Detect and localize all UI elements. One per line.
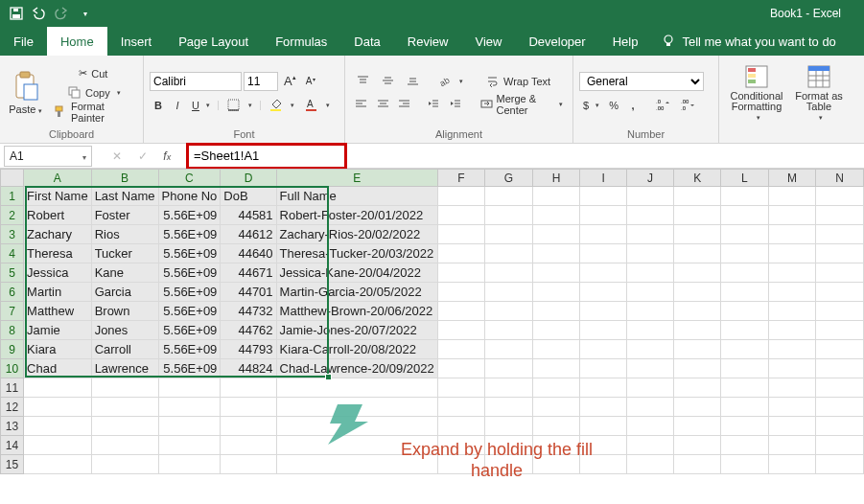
- row-header-14[interactable]: 14: [1, 436, 24, 455]
- cell-N3[interactable]: [816, 225, 864, 244]
- cell-K15[interactable]: [673, 455, 720, 474]
- cell-K8[interactable]: [673, 321, 720, 340]
- cell-L11[interactable]: [721, 378, 768, 398]
- cell-C12[interactable]: [158, 398, 221, 417]
- cell-M5[interactable]: [768, 263, 816, 283]
- cell-B15[interactable]: [91, 455, 158, 474]
- cell-D11[interactable]: [221, 378, 276, 398]
- cell-J5[interactable]: [626, 263, 673, 283]
- fx-icon[interactable]: fx: [163, 149, 171, 163]
- italic-button[interactable]: I: [169, 97, 186, 114]
- cell-B7[interactable]: Brown: [91, 302, 158, 321]
- cell-K14[interactable]: [673, 436, 720, 455]
- col-header-J[interactable]: J: [626, 170, 673, 187]
- col-header-K[interactable]: K: [673, 170, 720, 187]
- cell-A12[interactable]: [24, 398, 92, 417]
- cell-N7[interactable]: [816, 302, 864, 321]
- col-header-F[interactable]: F: [437, 170, 484, 187]
- cell-M3[interactable]: [768, 225, 816, 244]
- tab-formulas[interactable]: Formulas: [262, 27, 340, 56]
- col-header-H[interactable]: H: [532, 170, 580, 187]
- cell-F6[interactable]: [437, 283, 484, 302]
- cell-L3[interactable]: [721, 225, 768, 244]
- col-header-E[interactable]: E: [276, 170, 437, 187]
- tab-insert[interactable]: Insert: [107, 27, 166, 56]
- cell-I13[interactable]: [580, 417, 627, 436]
- col-header-B[interactable]: B: [91, 170, 158, 187]
- cell-J8[interactable]: [626, 321, 673, 340]
- cell-H6[interactable]: [532, 283, 580, 302]
- cell-A6[interactable]: Martin: [24, 283, 92, 302]
- cell-F7[interactable]: [437, 302, 484, 321]
- format-as-table-button[interactable]: Format as Table: [792, 64, 846, 122]
- decrease-decimal-button[interactable]: .00.0: [676, 97, 699, 114]
- cell-I8[interactable]: [580, 321, 627, 340]
- cell-F5[interactable]: [437, 263, 484, 283]
- cell-J10[interactable]: [626, 359, 673, 378]
- cell-E11[interactable]: [276, 378, 437, 398]
- cell-F13[interactable]: [437, 417, 484, 436]
- comma-format-button[interactable]: ,: [624, 97, 642, 114]
- cell-A13[interactable]: [24, 417, 92, 436]
- tab-view[interactable]: View: [461, 27, 515, 56]
- cell-J9[interactable]: [626, 340, 673, 359]
- cell-I10[interactable]: [580, 359, 627, 378]
- cell-M15[interactable]: [768, 455, 816, 474]
- cell-B14[interactable]: [91, 436, 158, 455]
- cell-B3[interactable]: Rios: [91, 225, 158, 244]
- cell-C9[interactable]: 5.56E+09: [158, 340, 221, 359]
- number-format-select[interactable]: General: [579, 72, 704, 91]
- decrease-font-button[interactable]: A▾: [302, 73, 319, 90]
- cell-J15[interactable]: [626, 455, 673, 474]
- cell-F9[interactable]: [437, 340, 484, 359]
- cell-L15[interactable]: [721, 455, 768, 474]
- cell-G4[interactable]: [485, 244, 533, 263]
- cell-B11[interactable]: [91, 378, 158, 398]
- cell-E3[interactable]: Zachary-Rios-20/02/2022: [276, 225, 437, 244]
- cell-G1[interactable]: [485, 187, 533, 206]
- cell-B5[interactable]: Kane: [91, 263, 158, 283]
- row-header-15[interactable]: 15: [1, 455, 24, 474]
- cell-J7[interactable]: [626, 302, 673, 321]
- cell-B6[interactable]: Garcia: [91, 283, 158, 302]
- cell-M12[interactable]: [768, 398, 816, 417]
- tab-developer[interactable]: Developer: [515, 27, 598, 56]
- cell-N12[interactable]: [816, 398, 864, 417]
- cell-D15[interactable]: [221, 455, 276, 474]
- cell-L4[interactable]: [721, 244, 768, 263]
- cell-H7[interactable]: [532, 302, 580, 321]
- cell-A11[interactable]: [24, 378, 92, 398]
- cell-I5[interactable]: [580, 263, 627, 283]
- cell-H10[interactable]: [532, 359, 580, 378]
- col-header-A[interactable]: A: [24, 170, 92, 187]
- cell-C15[interactable]: [158, 455, 221, 474]
- cell-N4[interactable]: [816, 244, 864, 263]
- tab-review[interactable]: Review: [394, 27, 462, 56]
- cell-M14[interactable]: [768, 436, 816, 455]
- cell-E6[interactable]: Martin-Garcia-20/05/2022: [276, 283, 437, 302]
- cell-A3[interactable]: Zachary: [24, 225, 92, 244]
- cell-L7[interactable]: [721, 302, 768, 321]
- col-header-I[interactable]: I: [580, 170, 627, 187]
- save-icon[interactable]: [6, 3, 27, 24]
- cell-H11[interactable]: [532, 378, 580, 398]
- cell-C14[interactable]: [158, 436, 221, 455]
- cell-K10[interactable]: [673, 359, 720, 378]
- cell-M4[interactable]: [768, 244, 816, 263]
- cell-N9[interactable]: [816, 340, 864, 359]
- cell-F1[interactable]: [437, 187, 484, 206]
- col-header-N[interactable]: N: [816, 170, 864, 187]
- cell-M7[interactable]: [768, 302, 816, 321]
- cell-L12[interactable]: [721, 398, 768, 417]
- cell-D6[interactable]: 44701: [221, 283, 276, 302]
- cell-K7[interactable]: [673, 302, 720, 321]
- cell-A2[interactable]: Robert: [24, 206, 92, 225]
- cell-G13[interactable]: [485, 417, 533, 436]
- row-header-4[interactable]: 4: [1, 244, 24, 263]
- row-header-6[interactable]: 6: [1, 283, 24, 302]
- cell-K9[interactable]: [673, 340, 720, 359]
- cell-M2[interactable]: [768, 206, 816, 225]
- cell-M8[interactable]: [768, 321, 816, 340]
- cell-I6[interactable]: [580, 283, 627, 302]
- cell-E2[interactable]: Robert-Foster-20/01/2022: [276, 206, 437, 225]
